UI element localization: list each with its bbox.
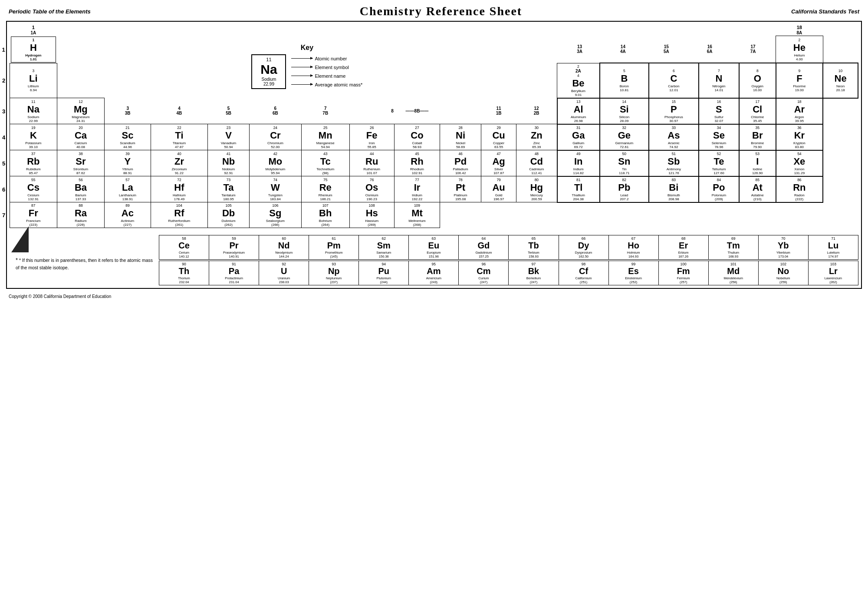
periodic-table-wrapper: 11A 188A 1 1 H Hydrogen 1.01: [6, 21, 862, 289]
copyright: Copyright © 2008 California Department o…: [4, 292, 864, 301]
key-symbol-label: Element symbol: [315, 65, 349, 70]
key-name-label: Element name: [315, 73, 345, 79]
period-6-row: 6 55 Cs Cesium 132.91 56 Ba Barium 137.3…: [10, 176, 858, 202]
period-3-row: 3 11 Na Sodium 22.99 12 Mg Magnesium 24.…: [10, 98, 858, 124]
period-5-row: 5 37 Rb Rubidium 85.47 38 Sr Strontium 8…: [10, 150, 858, 176]
group-number-row: 11A 188A: [10, 24, 858, 36]
footnote: * * If this number is in parentheses, th…: [16, 256, 155, 271]
period-1-row: 1 1 H Hydrogen 1.01 Key: [10, 36, 858, 63]
actinide-table: 90 Th Thorium 232.04 91 Pa Protactinium …: [159, 261, 858, 285]
key-symbol: Na: [256, 62, 281, 77]
key-atomic-num: 11: [256, 57, 281, 62]
period-4-row: 4 19 K Potassium 39.10 20 Ca Calcium 40.…: [10, 124, 858, 150]
periodic-table: 11A 188A 1 1 H Hydrogen 1.01: [10, 24, 858, 228]
page-header: Periodic Table of the Elements Chemistry…: [4, 4, 864, 18]
key-atomic-number-label: Atomic number: [315, 56, 347, 61]
key-mass: 22.99: [256, 82, 281, 86]
period-7-row: 7 87 Fr Francium (223) 88 Ra Radium (226…: [10, 202, 858, 228]
key-title: Key: [301, 44, 313, 52]
header-right: California Standards Test: [791, 8, 859, 15]
page-container: Periodic Table of the Elements Chemistry…: [4, 4, 864, 301]
key-mass-label: Average atomic mass*: [315, 82, 362, 87]
lanthanide-table: 58 Ce Cerium 140.12 59 Pr Praseodymium 1…: [159, 235, 858, 260]
key-name: Sodium: [256, 77, 281, 82]
header-left: Periodic Table of the Elements: [9, 8, 91, 15]
header-center: Chemistry Reference Sheet: [360, 4, 522, 18]
